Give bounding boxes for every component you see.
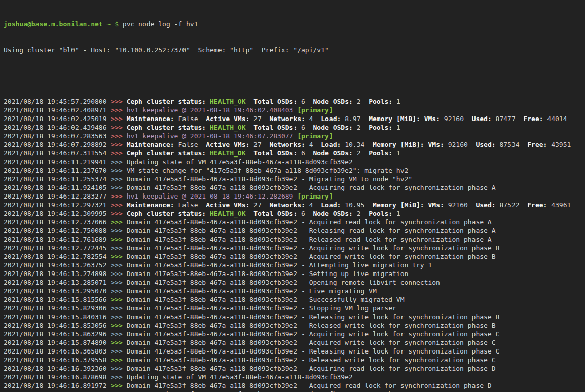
log-segment: hv1 keepalive @ 2021-08-18 19:46:07.2830… xyxy=(127,132,298,140)
log-marker: >>> xyxy=(111,167,126,174)
log-segment: 6 xyxy=(297,98,313,105)
log-marker: >>> xyxy=(111,347,126,355)
log-timestamp: 2021/08/18 19:46:12.772445 xyxy=(4,244,111,252)
log-marker: >>> xyxy=(111,270,126,278)
log-segment: Domain 417e5a3f-88eb-467a-a118-8d093cfb3… xyxy=(127,365,496,372)
log-marker: >>> xyxy=(111,115,126,123)
log-line: 2021/08/18 19:46:13.274898 >>> Domain 41… xyxy=(4,269,585,278)
log-timestamp: 2021/08/18 19:46:15.853056 xyxy=(4,322,111,329)
log-segment: Load: xyxy=(321,201,341,209)
log-segment: 92160 xyxy=(444,141,476,148)
log-line: 2021/08/18 19:46:12.297321 >>> Maintenan… xyxy=(4,201,585,209)
log-segment: Domain 417e5a3f-88eb-467a-a118-8d093cfb3… xyxy=(127,287,377,295)
log-segment: hv1 keepalive @ 2021-08-18 19:46:12.2826… xyxy=(127,192,298,200)
log-timestamp: 2021/08/18 19:46:12.750088 xyxy=(4,227,111,234)
log-segment: 10.95 xyxy=(341,201,373,209)
log-segment: 1 xyxy=(392,124,400,131)
log-marker: >>> xyxy=(111,141,126,148)
log-segment: Domain 417e5a3f-88eb-467a-a118-8d093cfb3… xyxy=(127,236,492,243)
log-segment: Total OSDs: xyxy=(253,98,297,105)
log-segment: False xyxy=(174,201,206,209)
log-line: 2021/08/18 19:46:13.285071 >>> Domain 41… xyxy=(4,278,585,287)
log-marker: >>> xyxy=(111,175,126,183)
log-marker: >>> xyxy=(111,304,126,312)
log-segment: Memory [MiB]: xyxy=(373,141,424,148)
log-segment: Active VMs: xyxy=(206,141,249,148)
log-line: 2021/08/18 19:46:11.219941 >>> Updating … xyxy=(4,158,585,166)
log-line: 2021/08/18 19:46:11.255374 >>> Domain 41… xyxy=(4,175,585,183)
log-segment: VM state change for "417e5a3f-88eb-467a-… xyxy=(127,167,409,174)
log-segment: 43961 xyxy=(547,201,571,209)
log-timestamp: 2021/08/18 19:46:16.878698 xyxy=(4,373,111,381)
log-timestamp: 2021/08/18 19:46:12.297321 xyxy=(4,201,111,209)
log-segment: Active VMs: xyxy=(206,115,249,123)
log-segment: Networks: xyxy=(269,201,305,209)
log-marker: >>> xyxy=(111,149,126,157)
log-marker: >>> xyxy=(111,279,126,286)
log-marker: >>> xyxy=(111,192,126,200)
log-segment: Node OSDs: xyxy=(313,149,353,157)
log-segment: 27 xyxy=(249,141,269,148)
log-segment: HEALTH_OK xyxy=(210,210,245,217)
log-segment: 87534 xyxy=(496,141,528,148)
log-timestamp: 2021/08/18 19:46:07.298892 xyxy=(4,141,111,148)
log-segment xyxy=(420,115,424,123)
log-timestamp: 2021/08/18 19:46:15.840316 xyxy=(4,313,111,321)
log-segment: Total OSDs: xyxy=(253,210,297,217)
log-segment: Domain 417e5a3f-88eb-467a-a118-8d093cfb3… xyxy=(127,322,496,329)
log-segment: 1 xyxy=(392,149,400,157)
log-timestamp: 2021/08/18 19:46:12.309995 xyxy=(4,210,111,217)
log-segment: Ceph cluster status: xyxy=(127,149,206,157)
log-timestamp: 2021/08/18 19:46:16.392360 xyxy=(4,365,111,372)
log-segment: HEALTH_OK xyxy=(210,149,245,157)
log-segment: Free: xyxy=(527,141,547,148)
log-segment: 27 xyxy=(249,201,269,209)
log-line: 2021/08/18 19:46:12.761689 >>> Domain 41… xyxy=(4,235,585,244)
blank-line xyxy=(4,71,585,80)
log-segment: [primary] xyxy=(297,106,333,114)
log-line: 2021/08/18 19:46:15.840316 >>> Domain 41… xyxy=(4,312,585,321)
log-timestamp: 2021/08/18 19:46:13.274898 xyxy=(4,270,111,278)
log-line: 2021/08/18 19:46:11.237670 >>> VM state … xyxy=(4,166,585,175)
log-segment: False xyxy=(174,115,206,123)
log-segment: Pools: xyxy=(369,98,392,105)
log-segment: Active VMs: xyxy=(206,201,249,209)
log-line: 2021/08/18 19:46:16.379558 >>> Domain 41… xyxy=(4,356,585,364)
log-line: 2021/08/18 19:46:16.878698 >>> Updating … xyxy=(4,373,585,381)
log-segment: Used: xyxy=(476,201,495,209)
log-marker: >>> xyxy=(111,261,126,269)
log-segment: Domain 417e5a3f-88eb-467a-a118-8d093cfb3… xyxy=(127,261,432,269)
log-segment: 2 xyxy=(353,124,369,131)
command-text: pvc node log -f hv1 xyxy=(123,20,198,28)
log-line: 2021/08/18 19:46:02.439486 >>> Ceph clus… xyxy=(4,123,585,132)
log-segment: Pools: xyxy=(369,210,392,217)
log-segment: Ceph cluster status: xyxy=(127,124,206,131)
log-segment: 2 xyxy=(353,149,369,157)
log-timestamp: 2021/08/18 19:46:15.829306 xyxy=(4,304,111,312)
log-timestamp: 2021/08/18 19:46:11.219941 xyxy=(4,158,111,166)
log-segment: 6 xyxy=(297,210,313,217)
log-timestamp: 2021/08/18 19:46:02.439486 xyxy=(4,124,111,131)
log-segment: Domain 417e5a3f-88eb-467a-a118-8d093cfb3… xyxy=(127,279,440,286)
log-segment: Domain 417e5a3f-88eb-467a-a118-8d093cfb3… xyxy=(127,304,396,312)
log-segment: Domain 417e5a3f-88eb-467a-a118-8d093cfb3… xyxy=(127,356,496,364)
log-line: 2021/08/18 19:46:12.283277 >>> hv1 keepa… xyxy=(4,192,585,201)
log-line: 2021/08/18 19:46:16.392360 >>> Domain 41… xyxy=(4,364,585,373)
log-segment: 92160 xyxy=(444,201,476,209)
log-segment: Domain 417e5a3f-88eb-467a-a118-8d093cfb3… xyxy=(127,296,405,303)
log-segment xyxy=(245,210,253,217)
log-segment: VMs: xyxy=(424,115,440,123)
log-marker: >>> xyxy=(111,322,126,329)
log-segment: 6 xyxy=(297,124,313,131)
log-segment: 1 xyxy=(392,210,400,217)
log-segment: 92160 xyxy=(440,115,472,123)
prompt-line: joshua@base.m.bonilan.net ~ $ pvc node l… xyxy=(4,20,585,28)
log-segment: Memory [MiB]: xyxy=(373,201,424,209)
log-segment xyxy=(206,98,210,105)
prompt-cwd-symbol: ~ $ xyxy=(103,20,123,28)
log-segment: Pools: xyxy=(369,149,392,157)
log-segment: 44014 xyxy=(543,115,567,123)
log-marker: >>> xyxy=(111,227,126,234)
log-line: 2021/08/18 19:46:12.309995 >>> Ceph clus… xyxy=(4,209,585,218)
log-marker: >>> xyxy=(111,330,126,338)
